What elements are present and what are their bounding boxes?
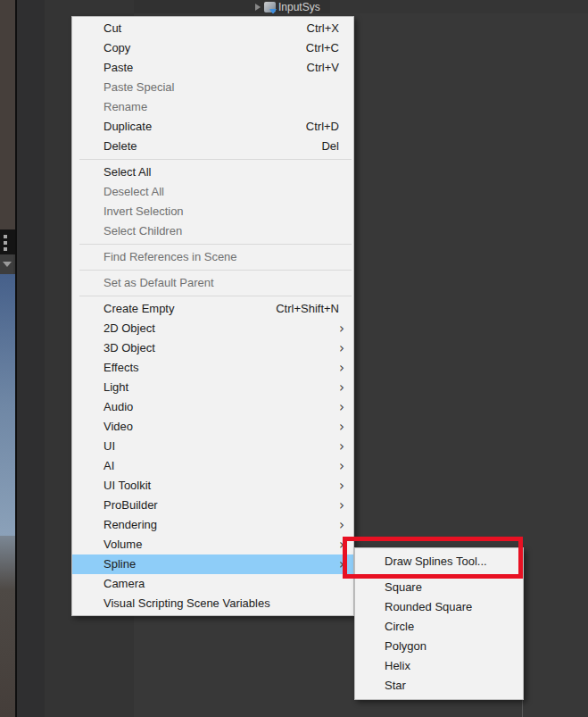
menu-item-shortcut: Ctrl+X [307, 19, 348, 38]
menu-item-audio[interactable]: Audio › [72, 397, 353, 417]
menu-item-select-children[interactable]: Select Children [72, 221, 353, 241]
menu-item-draw-splines-tool[interactable]: Draw Splines Tool... [355, 552, 523, 571]
menu-item-shortcut: Ctrl+V [307, 58, 348, 78]
menu-item-label: Polygon [385, 637, 427, 656]
scene-view-sky [0, 274, 15, 536]
menu-item-label: UI Toolkit [104, 476, 151, 496]
menu-item-polygon[interactable]: Polygon [355, 637, 523, 656]
menu-item-rounded-square[interactable]: Rounded Square [355, 597, 523, 617]
menu-item-ai[interactable]: AI › [72, 456, 353, 476]
menu-item-shortcut: Ctrl+Shift+N [276, 299, 348, 319]
menu-item-copy[interactable]: Copy Ctrl+C [72, 38, 353, 58]
menu-item-label: Find References in Scene [104, 247, 237, 267]
menu-item-rendering[interactable]: Rendering › [72, 515, 353, 535]
chevron-right-icon: › [339, 535, 348, 554]
chevron-right-icon: › [339, 456, 348, 476]
menu-item-select-all[interactable]: Select All [72, 163, 353, 182]
menu-item-label: Deselect All [104, 182, 164, 202]
menu-separator [79, 270, 352, 271]
menu-item-3d-object[interactable]: 3D Object › [72, 338, 353, 358]
menu-item-label: Select All [104, 163, 151, 182]
menu-item-volume[interactable]: Volume › [72, 535, 353, 554]
menu-item-label: Star [385, 676, 406, 696]
chevron-right-icon: › [339, 397, 348, 417]
menu-item-duplicate[interactable]: Duplicate Ctrl+D [72, 117, 353, 137]
menu-item-probuilder[interactable]: ProBuilder › [72, 496, 353, 515]
chevron-right-icon: › [339, 515, 348, 535]
chevron-right-icon: › [339, 378, 348, 397]
menu-item-ui-toolkit[interactable]: UI Toolkit › [72, 476, 353, 496]
menu-item-label: 2D Object [104, 319, 155, 338]
hierarchy-item-label: InputSys [278, 1, 320, 13]
menu-item-visual-scripting-scene-variables[interactable]: Visual Scripting Scene Variables [72, 594, 353, 613]
gameobject-prefab-icon [264, 2, 276, 13]
menu-item-label: Camera [104, 574, 145, 594]
hierarchy-item-inputsys[interactable]: InputSys [255, 0, 330, 13]
chevron-right-icon: › [339, 496, 348, 515]
menu-item-label: Circle [385, 617, 414, 637]
menu-item-label: Spline [104, 554, 136, 574]
panel-toolbar-gap [0, 229, 15, 254]
menu-item-label: Select Children [104, 221, 182, 241]
triangle-down-icon [3, 262, 12, 267]
menu-item-label: Rounded Square [385, 597, 472, 617]
menu-item-create-empty[interactable]: Create Empty Ctrl+Shift+N [72, 299, 353, 319]
menu-item-spline[interactable]: Spline › [72, 554, 353, 574]
menu-item-shortcut: Del [321, 137, 348, 156]
chevron-right-icon: › [339, 476, 348, 496]
background-panel-dark [17, 0, 45, 717]
scene-view-ground [0, 536, 15, 717]
menu-item-paste-special[interactable]: Paste Special [72, 78, 353, 97]
menu-item-shortcut: Ctrl+D [306, 117, 348, 137]
menu-item-cut[interactable]: Cut Ctrl+X [72, 19, 353, 38]
menu-item-label: Audio [104, 397, 133, 417]
menu-item-label: AI [104, 456, 114, 476]
menu-item-shortcut: Ctrl+C [306, 38, 348, 58]
menu-item-camera[interactable]: Camera [72, 574, 353, 594]
chevron-right-icon: › [339, 319, 348, 338]
menu-item-effects[interactable]: Effects › [72, 358, 353, 378]
vertical-ellipsis-icon[interactable] [4, 235, 7, 254]
top-strip-background [330, 0, 588, 13]
menu-item-paste[interactable]: Paste Ctrl+V [72, 58, 353, 78]
chevron-right-icon: › [339, 437, 348, 456]
menu-item-label: Paste [104, 58, 133, 78]
menu-item-label: Effects [104, 358, 139, 378]
spline-submenu: Draw Splines Tool... Square Rounded Squa… [354, 547, 524, 700]
menu-separator [79, 296, 352, 296]
menu-item-label: Volume [104, 535, 142, 554]
foldout-triangle-icon[interactable] [255, 4, 261, 11]
menu-item-label: Helix [385, 656, 410, 676]
menu-item-label: 3D Object [104, 338, 155, 358]
menu-item-label: Visual Scripting Scene Variables [104, 594, 270, 613]
menu-item-label: ProBuilder [104, 496, 158, 515]
menu-item-label: Rendering [104, 515, 157, 535]
menu-item-2d-object[interactable]: 2D Object › [72, 319, 353, 338]
menu-separator [79, 244, 352, 245]
menu-item-label: Duplicate [104, 117, 152, 137]
collapse-button[interactable] [0, 254, 13, 274]
menu-item-label: Create Empty [104, 299, 174, 319]
menu-item-label: Light [104, 378, 128, 397]
menu-item-circle[interactable]: Circle [355, 617, 523, 637]
menu-item-rename[interactable]: Rename [72, 97, 353, 117]
menu-item-label: Square [385, 578, 422, 597]
menu-item-label: Set as Default Parent [104, 273, 214, 293]
menu-separator [362, 574, 521, 575]
menu-item-square[interactable]: Square [355, 578, 523, 597]
menu-item-light[interactable]: Light › [72, 378, 353, 397]
background-panel-left-top [0, 0, 15, 229]
menu-item-label: UI [104, 437, 115, 456]
menu-item-invert-selection[interactable]: Invert Selection [72, 202, 353, 221]
menu-item-delete[interactable]: Delete Del [72, 137, 353, 156]
menu-item-ui[interactable]: UI › [72, 437, 353, 456]
menu-item-deselect-all[interactable]: Deselect All [72, 182, 353, 202]
menu-item-find-references-in-scene[interactable]: Find References in Scene [72, 247, 353, 267]
menu-item-label: Paste Special [104, 78, 175, 97]
menu-item-set-as-default-parent[interactable]: Set as Default Parent [72, 273, 353, 293]
chevron-right-icon: › [339, 554, 348, 574]
menu-item-video[interactable]: Video › [72, 417, 353, 437]
menu-item-label: Delete [104, 137, 137, 156]
menu-item-helix[interactable]: Helix [355, 656, 523, 676]
menu-item-star[interactable]: Star [355, 676, 523, 696]
